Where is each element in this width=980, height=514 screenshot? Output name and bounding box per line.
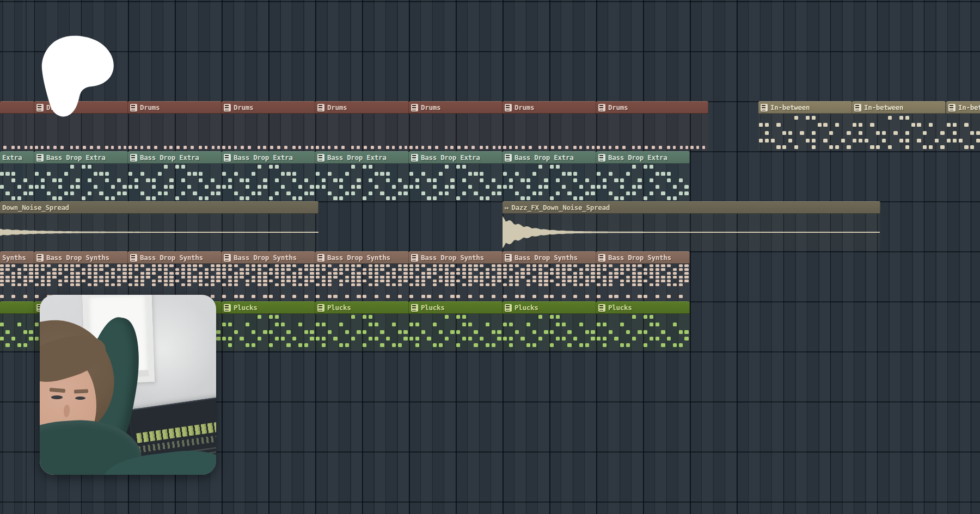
note-dash [152,280,156,282]
clip-header[interactable]: Bass Drop Synths [222,251,315,264]
note-dash [386,280,390,282]
note-dash [409,268,413,271]
clip-header[interactable]: Bass Drop Extra [503,151,596,164]
clip-header[interactable]: In-between [946,101,980,114]
clip-header[interactable]: In-between [852,101,946,114]
clip-header[interactable]: Extra [0,151,34,164]
note-dash [812,139,816,143]
clip-header[interactable] [0,301,34,314]
audio-clip-audio[interactable]: ↦Dazz_FX_Down_Noise_Spread [503,201,880,251]
note-dash [292,196,296,200]
clip-header[interactable]: ↦Dazz_FX_Down_Noise_Spread [503,201,880,214]
pattern-clip-plucks[interactable]: Plucks [503,301,596,351]
pattern-clip-extra[interactable]: Bass Drop Extra [596,151,690,201]
note-dash [976,139,980,143]
note-dash [759,139,763,143]
pattern-clip-extra[interactable]: Bass Drop Extra [315,151,409,201]
note-dash [246,185,249,189]
clip-header[interactable]: Drums [409,101,503,114]
note-dash [11,264,15,267]
pattern-clip-synths[interactable]: Bass Drop Synths [596,251,690,301]
pattern-clip-extra[interactable]: Bass Drop Extra [128,151,222,201]
note-dash [0,323,4,326]
note-dash [164,191,168,195]
pattern-clip-inbetween[interactable]: In-between [852,101,946,151]
note-dash [456,196,460,200]
pattern-clip-synths[interactable]: Bass Drop Synths [315,251,409,301]
pattern-clip-synths[interactable]: Bass Drop Synths [503,251,596,301]
pattern-clip-extra[interactable]: Bass Drop Extra [503,151,596,201]
pattern-clip-synths[interactable]: Bass Drop Synths [222,251,315,301]
clip-header[interactable]: Plucks [596,301,690,314]
pattern-clip-extra[interactable]: Bass Drop Extra [409,151,503,201]
playlist-grid[interactable]: DrumsDrumsDrumsDrumsDrumsDrumsDrumsIn-be… [0,0,980,514]
clip-header[interactable] [0,101,34,114]
pattern-clip-drums[interactable] [0,101,34,151]
clip-header[interactable]: Drums [315,101,409,114]
clip-header[interactable]: Drums [222,101,315,114]
clip-header[interactable]: Drums [503,101,596,114]
clip-header[interactable]: Bass Drop Synths [34,251,128,264]
audio-clip-audio[interactable]: Down_Noise_Spread [0,201,318,251]
pattern-clip-drums[interactable]: Drums [128,101,222,151]
clip-header[interactable]: Bass Drop Extra [34,151,128,164]
note-dash [462,268,466,271]
note-dash [620,272,624,275]
pattern-clip-synths[interactable]: Synths [0,251,34,301]
note-dash [175,280,179,282]
clip-header[interactable]: Bass Drop Extra [128,151,222,164]
pattern-clip-drums[interactable]: Drums [222,101,315,151]
note-dash [164,276,168,278]
note-dash [503,272,507,275]
clip-header[interactable]: Bass Drop Extra [596,151,690,164]
pattern-clip-inbetween[interactable]: In-between [946,101,980,151]
clip-header[interactable]: Bass Drop Synths [596,251,690,264]
pattern-clip-plucks[interactable]: Plucks [596,301,690,351]
pattern-clip-drums[interactable]: Drums [596,101,708,151]
clip-header[interactable]: Plucks [315,301,409,314]
clip-header[interactable]: Bass Drop Synths [128,251,222,264]
pattern-clip-extra[interactable]: Bass Drop Extra [222,151,315,201]
pattern-clip-synths[interactable]: Bass Drop Synths [128,251,222,301]
pattern-clip-extra[interactable]: Bass Drop Extra [34,151,128,201]
note-dash [298,146,302,149]
pattern-clip-extra[interactable]: Extra [0,151,34,201]
pattern-clip-synths[interactable]: Bass Drop Synths [34,251,128,301]
note-dash [520,178,524,182]
clip-header[interactable]: Drums [128,101,222,114]
clip-header[interactable]: Plucks [503,301,596,314]
clip-header[interactable]: Bass Drop Extra [222,151,315,164]
clip-header[interactable]: Bass Drop Extra [409,151,503,164]
clip-header[interactable]: Bass Drop Synths [315,251,409,264]
pattern-clip-drums[interactable]: Drums [503,101,596,151]
note-dash [199,172,203,176]
note-dash [409,264,413,267]
note-dash [5,330,9,334]
note-dash [626,295,630,298]
pattern-clip-drums[interactable]: Drums [315,101,409,151]
pattern-clip-plucks[interactable]: Plucks [222,301,315,351]
note-dash [567,343,571,347]
note-dash [398,178,402,182]
pattern-clip-plucks[interactable]: Plucks [409,301,503,351]
clip-header[interactable]: Down_Noise_Spread [0,201,318,214]
clip-header[interactable]: Plucks [222,301,315,314]
clip-header[interactable]: Drums [596,101,708,114]
pattern-clip-inbetween[interactable]: In-between [758,101,852,151]
note-dash [529,146,532,149]
clip-header[interactable]: Bass Drop Synths [409,251,503,264]
note-dash [263,280,267,282]
clip-header[interactable]: In-between [758,101,852,114]
clip-body [0,314,34,351]
note-dash [234,264,238,267]
clip-header[interactable]: Synths [0,251,34,264]
pattern-clip-plucks[interactable] [0,301,34,351]
clip-header[interactable]: Plucks [409,301,503,314]
note-dash [152,178,156,182]
clip-header[interactable]: Bass Drop Extra [315,151,409,164]
clip-header[interactable]: Bass Drop Synths [503,251,596,264]
pattern-clip-synths[interactable]: Bass Drop Synths [409,251,503,301]
pattern-clip-plucks[interactable]: Plucks [315,301,409,351]
pattern-clip-drums[interactable]: Drums [409,101,503,151]
note-dash [181,268,185,271]
